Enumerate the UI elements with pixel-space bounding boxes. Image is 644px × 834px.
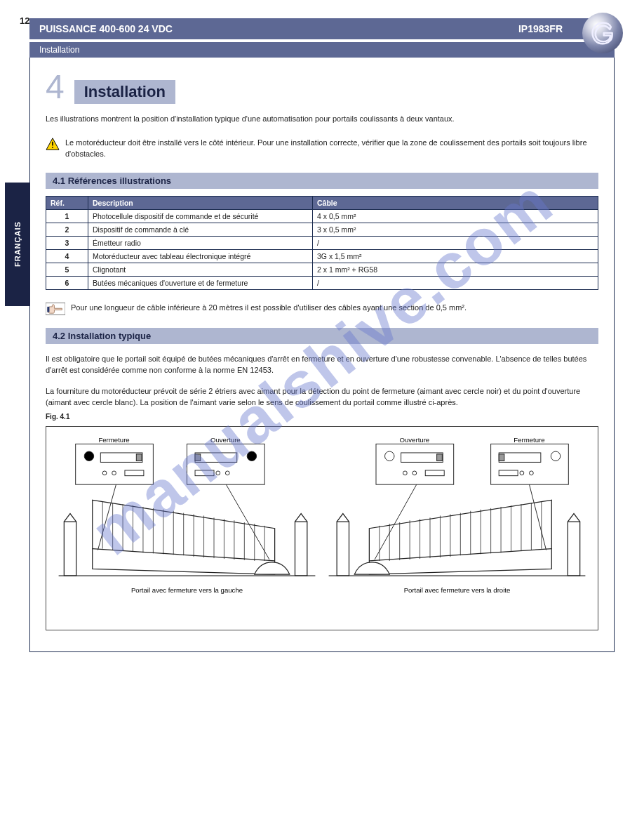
- magnet-paragraph: La fourniture du motoréducteur prévoit d…: [46, 386, 598, 409]
- page-title-bar: PUISSANCE 400-600 24 VDC IP1983FR: [29, 18, 615, 39]
- table-row: 1 Photocellule dispositif de commande et…: [46, 209, 598, 223]
- doc-code: IP1983FR: [518, 23, 563, 34]
- svg-rect-68: [437, 454, 443, 461]
- table-row: 5 Clignotant 2 x 1 mm² + RG58: [46, 263, 598, 276]
- warning-triangle-icon: [46, 138, 60, 150]
- caption-ouverture-lb: Ouverture: [210, 435, 241, 443]
- caption-fermeture-lb: Fermeture: [98, 435, 129, 443]
- svg-rect-30: [136, 454, 142, 461]
- note-text: Pour une longueur de câble inférieure à …: [71, 303, 467, 314]
- caption-left-gate: Portail avec fermeture vers la gauche: [131, 586, 243, 594]
- table-header-desc: Description: [88, 196, 313, 209]
- table-header-cable: Câble: [313, 196, 598, 209]
- svg-rect-27: [76, 444, 154, 484]
- references-table: Réf. Description Câble 1 Photocellule di…: [46, 196, 598, 290]
- svg-rect-35: [187, 444, 265, 484]
- language-tab: FRANÇAIS: [5, 183, 30, 306]
- table-row: 3 Émetteur radio /: [46, 236, 598, 249]
- svg-rect-65: [376, 444, 454, 484]
- section-sub-bar: Installation: [29, 42, 615, 58]
- svg-rect-75: [499, 454, 504, 461]
- svg-rect-44: [337, 522, 349, 576]
- svg-point-76: [551, 451, 560, 461]
- svg-point-38: [247, 451, 256, 461]
- table-row: 4 Motoréducteur avec tableau électroniqu…: [46, 249, 598, 263]
- figure-label: Fig. 4.1: [46, 413, 598, 421]
- svg-rect-4: [47, 307, 49, 312]
- svg-rect-5: [64, 522, 76, 576]
- page-number: 12: [20, 15, 29, 26]
- pointing-hand-icon: [46, 303, 65, 315]
- section-4-1-heading: 4.1 Références illustrations: [46, 173, 598, 189]
- caption-ouverture-rw: Ouverture: [399, 435, 429, 443]
- svg-line-80: [529, 484, 546, 550]
- svg-rect-36: [195, 453, 237, 462]
- brand-logo-icon: [582, 13, 623, 53]
- svg-rect-1: [52, 142, 53, 146]
- svg-point-28: [84, 451, 93, 461]
- svg-point-66: [385, 451, 394, 461]
- svg-rect-37: [195, 454, 201, 461]
- intro-paragraph: Les illustrations montrent la position d…: [46, 114, 598, 125]
- svg-rect-43: [568, 522, 579, 576]
- svg-rect-6: [295, 522, 307, 576]
- chapter-title: Installation: [74, 80, 175, 104]
- svg-line-34: [98, 484, 116, 550]
- section-4-2-heading: 4.2 Installation typique: [46, 328, 598, 344]
- section-name: Installation: [39, 45, 79, 55]
- table-header-ref: Réf.: [46, 196, 88, 209]
- table-row: 2 Dispositif de commande à clé 3 x 0,5 m…: [46, 223, 598, 236]
- requirement-paragraph: Il est obligatoire que le portail soit é…: [46, 354, 598, 376]
- caption-right-gate: Portail avec fermeture vers la droite: [404, 586, 511, 594]
- figure-gate-diagram: Fermeture Ouverture Portail avec fermetu…: [46, 426, 598, 631]
- product-title: PUISSANCE 400-600 24 VDC: [39, 23, 173, 34]
- svg-rect-74: [499, 453, 541, 462]
- table-row: 6 Butées mécaniques d'ouverture et de fe…: [46, 276, 598, 289]
- svg-rect-73: [491, 444, 569, 484]
- caption-fermeture-rw: Fermeture: [514, 435, 544, 443]
- warning-text: Le motoréducteur doit être installé vers…: [65, 138, 598, 160]
- svg-rect-2: [52, 147, 53, 148]
- chapter-number: 4: [46, 70, 65, 104]
